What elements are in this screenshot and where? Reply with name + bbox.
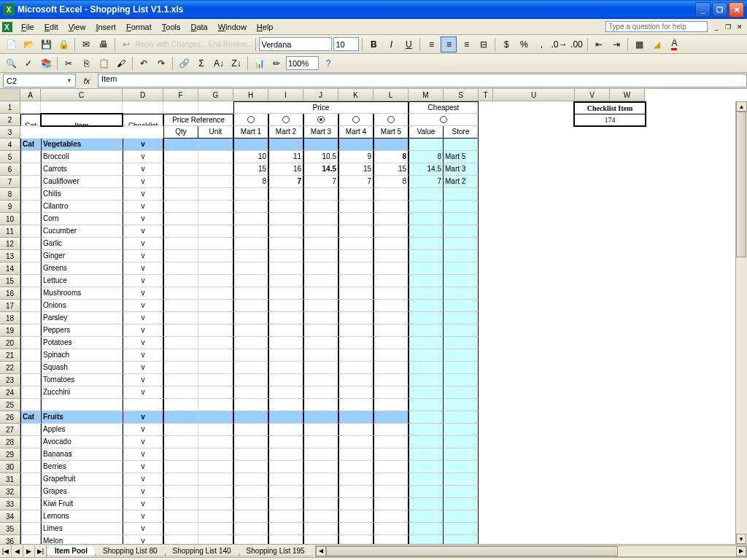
vscroll-thumb[interactable] [736, 112, 746, 257]
cell[interactable] [575, 287, 610, 300]
row-header[interactable]: 26 [0, 411, 20, 424]
cell[interactable] [493, 201, 575, 213]
price-cell[interactable] [268, 386, 303, 399]
price-cell[interactable] [338, 399, 374, 411]
item-cell[interactable]: Tomatoes [41, 374, 123, 386]
row-header[interactable]: 12 [0, 238, 20, 250]
price-cell[interactable] [268, 535, 303, 544]
store-cell[interactable] [444, 139, 479, 151]
price-cell[interactable] [374, 250, 409, 262]
copy-button[interactable]: ⎘ [78, 55, 94, 71]
cell[interactable] [575, 473, 610, 486]
doc-minimize-button[interactable]: _ [711, 22, 722, 32]
help-button[interactable]: ? [320, 55, 336, 71]
unit-cell[interactable] [198, 262, 233, 275]
column-header[interactable]: G [198, 89, 233, 101]
price-cell[interactable] [303, 386, 338, 399]
percent-button[interactable]: % [516, 36, 532, 52]
unit-cell[interactable] [198, 461, 233, 473]
cell[interactable] [575, 337, 610, 349]
cell[interactable] [20, 324, 41, 337]
cell[interactable] [41, 101, 123, 114]
cell[interactable] [479, 523, 493, 535]
unit-cell[interactable] [198, 411, 233, 424]
price-cell[interactable] [303, 523, 338, 535]
price-cell[interactable]: 10.5 [303, 151, 338, 163]
print-button[interactable]: 🖶 [96, 36, 112, 52]
cell[interactable] [479, 411, 493, 424]
value-cell[interactable] [409, 399, 444, 411]
cell[interactable] [20, 510, 41, 523]
radio-cheapest[interactable] [409, 114, 479, 126]
price-cell[interactable] [303, 349, 338, 362]
price-cell[interactable] [338, 436, 374, 448]
price-cell[interactable] [303, 188, 338, 201]
price-cell[interactable] [233, 486, 268, 498]
cell[interactable] [610, 411, 645, 424]
price-cell[interactable] [233, 498, 268, 510]
cell[interactable] [479, 151, 493, 163]
price-cell[interactable] [338, 374, 374, 386]
value-cell[interactable] [409, 287, 444, 300]
checklist-cell[interactable]: v [123, 498, 163, 510]
cell[interactable] [575, 225, 610, 238]
price-cell[interactable] [233, 473, 268, 486]
store-cell[interactable] [444, 498, 479, 510]
cell[interactable] [610, 399, 645, 411]
sheet-tab[interactable]: Item Pool [47, 546, 96, 556]
cell[interactable] [575, 523, 610, 535]
price-cell[interactable] [268, 349, 303, 362]
cell[interactable] [575, 424, 610, 436]
price-cell[interactable] [268, 201, 303, 213]
item-cell[interactable]: Squash [41, 362, 123, 374]
cell[interactable] [575, 300, 610, 312]
price-cell[interactable] [303, 436, 338, 448]
cell[interactable] [479, 250, 493, 262]
cell[interactable] [20, 176, 41, 188]
item-cell[interactable]: Grapefruit [41, 473, 123, 486]
store-cell[interactable] [444, 461, 479, 473]
row-header[interactable]: 33 [0, 498, 20, 510]
price-cell[interactable] [338, 275, 374, 287]
row-header[interactable]: 36 [0, 535, 20, 544]
qty-cell[interactable] [163, 436, 198, 448]
price-cell[interactable] [303, 448, 338, 461]
cell[interactable] [610, 386, 645, 399]
price-cell[interactable] [303, 337, 338, 349]
qty-cell[interactable] [163, 448, 198, 461]
price-cell[interactable] [268, 461, 303, 473]
cell[interactable] [575, 201, 610, 213]
cell[interactable] [198, 101, 233, 114]
scroll-right-button[interactable]: ▶ [736, 546, 746, 556]
increase-indent-button[interactable]: ⇥ [608, 36, 624, 52]
price-cell[interactable] [338, 225, 374, 238]
paste-button[interactable]: 📋 [96, 55, 112, 71]
qty-cell[interactable] [163, 411, 198, 424]
cell[interactable] [493, 250, 575, 262]
price-cell[interactable] [233, 287, 268, 300]
checklist-cell[interactable]: v [123, 362, 163, 374]
price-cell[interactable] [303, 262, 338, 275]
store-cell[interactable] [444, 188, 479, 201]
qty-cell[interactable] [163, 225, 198, 238]
qty-cell[interactable] [163, 486, 198, 498]
price-cell[interactable] [233, 225, 268, 238]
cell[interactable] [575, 176, 610, 188]
price-cell[interactable] [303, 275, 338, 287]
qty-cell[interactable] [163, 188, 198, 201]
price-cell[interactable] [233, 349, 268, 362]
store-cell[interactable] [444, 337, 479, 349]
store-cell[interactable] [444, 523, 479, 535]
price-cell[interactable] [233, 510, 268, 523]
price-cell[interactable] [374, 448, 409, 461]
zoom-combo[interactable] [286, 56, 319, 70]
price-cell[interactable] [233, 535, 268, 544]
cell[interactable] [610, 486, 645, 498]
formula-input[interactable]: Item [98, 74, 747, 88]
item-cell[interactable]: Onions [41, 300, 123, 312]
cell[interactable] [20, 287, 41, 300]
cell[interactable] [575, 151, 610, 163]
store-cell[interactable]: Mart 2 [444, 176, 479, 188]
price-cell[interactable] [268, 510, 303, 523]
price-cell[interactable] [338, 349, 374, 362]
